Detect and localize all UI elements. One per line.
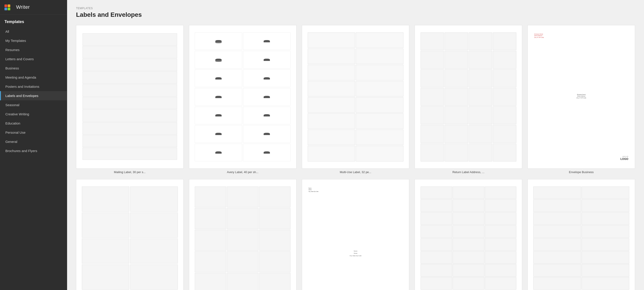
page-title: Labels and Envelopes (76, 11, 635, 18)
sidebar-title: Templates (0, 15, 67, 27)
templates-grid: Mailing Label, 30 per s... (76, 25, 635, 290)
breadcrumb: TEMPLATES (76, 7, 635, 10)
svg-rect-2 (4, 8, 7, 10)
svg-rect-3 (8, 8, 10, 10)
template-card-return-address[interactable]: Return Address Label, ... (189, 179, 296, 290)
app-name: Writer (16, 4, 30, 10)
sidebar-item-meeting-agenda[interactable]: Meeting and Agenda (0, 73, 67, 82)
sidebar-item-brochures-flyers[interactable]: Brochures and Flyers (0, 146, 67, 156)
template-thumb-return-address (189, 179, 296, 290)
sidebar-item-letters-covers[interactable]: Letters and Covers (0, 54, 67, 64)
template-thumb-envelope-business: [Company Name][Street Address][City, ST … (528, 25, 635, 169)
template-label: Envelope Business (528, 170, 635, 174)
sidebar-item-posters-invitations[interactable]: Posters and Invitations (0, 82, 67, 91)
template-thumb-avery-20 (528, 179, 635, 290)
template-card-avery-20[interactable]: Avery Label, 20 per sh... (528, 179, 635, 290)
sidebar-item-business[interactable]: Business (0, 64, 67, 73)
template-thumb-avery-30 (414, 179, 522, 290)
sidebar-item-personal-use[interactable]: Personal Use (0, 128, 67, 137)
template-card-multi-use-32[interactable]: Multi-Use Label, 32 pe... (302, 25, 410, 174)
template-thumb-avery-40 (189, 25, 296, 169)
template-thumb-return-label (414, 25, 522, 169)
zoho-logo (4, 4, 14, 10)
template-thumb-envelope-4x9: NameStreetCity, State Zip Code NameStree… (302, 179, 410, 290)
template-card-return-label[interactable]: Return Label Address, ... (414, 25, 522, 174)
template-label: Mailing Label, 30 per s... (76, 170, 184, 174)
template-card-envelope-business[interactable]: [Company Name][Street Address][City, ST … (528, 25, 635, 174)
sidebar-item-general[interactable]: General (0, 137, 67, 146)
template-label: Avery Label, 40 per sh... (189, 170, 296, 174)
logo-area: Writer (0, 0, 67, 15)
svg-rect-0 (4, 5, 7, 7)
sidebar-item-seasonal[interactable]: Seasonal (0, 100, 67, 109)
template-card-shipping-10[interactable]: Shipping Label, 10 Per ... (76, 179, 184, 290)
template-card-mailing-label-30[interactable]: Mailing Label, 30 per s... (76, 25, 184, 174)
sidebar-item-creative-writing[interactable]: Creative Writing (0, 109, 67, 119)
template-label: Return Label Address, ... (414, 170, 522, 174)
sidebar-item-my-templates[interactable]: My Templates (0, 36, 67, 45)
sidebar-item-labels-envelopes[interactable]: Labels and Envelopes (0, 91, 67, 100)
sidebar: Writer Templates All My Templates Resume… (0, 0, 67, 290)
sidebar-item-resumes[interactable]: Resumes (0, 45, 67, 54)
template-thumb-multi-use-32 (302, 25, 410, 169)
sidebar-nav: All My Templates Resumes Letters and Cov… (0, 27, 67, 156)
template-card-envelope-4x9[interactable]: NameStreetCity, State Zip Code NameStree… (302, 179, 410, 290)
svg-rect-1 (8, 5, 10, 7)
template-card-avery-30[interactable]: Avery Label, 30 per sh... (414, 179, 522, 290)
sidebar-item-education[interactable]: Education (0, 119, 67, 128)
main-content: TEMPLATES Labels and Envelopes Mailing L… (67, 0, 644, 290)
template-label: Multi-Use Label, 32 pe... (302, 170, 410, 174)
template-card-avery-40[interactable]: Avery Label, 40 per sh... (189, 25, 296, 174)
sidebar-item-all[interactable]: All (0, 27, 67, 36)
template-thumb-shipping-10 (76, 179, 184, 290)
template-thumb-mailing-label-30 (76, 25, 184, 169)
